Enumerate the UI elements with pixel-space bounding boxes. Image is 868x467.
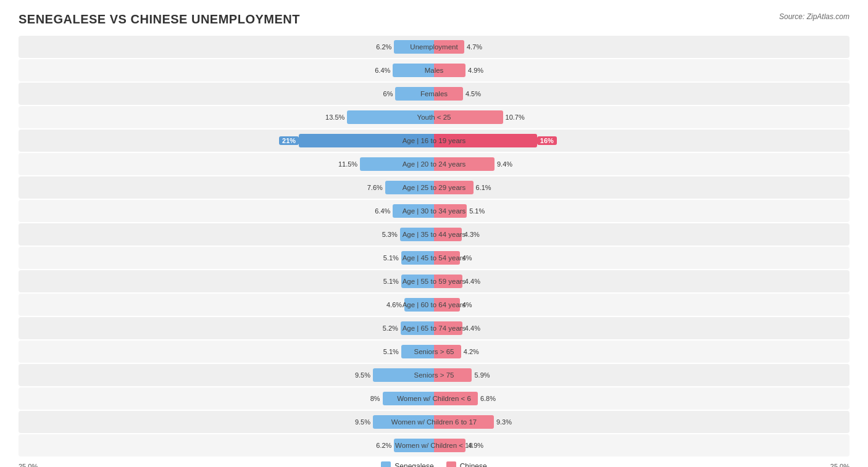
- row-inner: 5.1% Age | 45 to 54 years 4%: [19, 247, 849, 269]
- legend-senegalese: Senegalese: [381, 461, 433, 467]
- left-value-label: 5.3%: [382, 231, 400, 238]
- right-value-label: 10.7%: [503, 114, 525, 121]
- legend: Senegalese Chinese: [381, 461, 486, 467]
- bar-row: 5.1% Seniors > 65 4.2%: [19, 341, 849, 363]
- left-value-label: 13.5%: [325, 114, 347, 121]
- left-value-label: 5.1%: [383, 254, 401, 262]
- right-value-label: 16%: [537, 136, 557, 145]
- right-value-label: 4.9%: [465, 67, 483, 74]
- bar-row: 5.2% Age | 65 to 74 years 4.4%: [19, 317, 849, 339]
- left-value-label: 5.1%: [383, 278, 401, 285]
- bar-row: 9.5% Women w/ Children 6 to 17 9.3%: [19, 411, 849, 433]
- right-value-label: 5.1%: [467, 207, 485, 215]
- left-value-label: 6.2%: [376, 442, 394, 449]
- row-inner: 5.1% Seniors > 65 4.2%: [19, 341, 849, 363]
- row-inner: 9.5% Seniors > 75 5.9%: [19, 364, 849, 386]
- left-value-label: 8%: [370, 395, 383, 402]
- bar-row: 6.4% Males 4.9%: [19, 59, 849, 81]
- left-value-label: 9.5%: [355, 371, 373, 379]
- center-label: Age | 60 to 64 years: [403, 301, 466, 308]
- center-label: Women w/ Children < 6: [397, 395, 471, 402]
- chart-container: SENEGALESE VS CHINESE UNEMPLOYMENT Sourc…: [0, 0, 868, 467]
- chart-title: SENEGALESE VS CHINESE UNEMPLOYMENT: [19, 12, 300, 27]
- legend-pink-box: [446, 461, 456, 467]
- bar-row: 6% Females 4.5%: [19, 83, 849, 105]
- left-value-label: 5.2%: [383, 324, 401, 332]
- chart-header: SENEGALESE VS CHINESE UNEMPLOYMENT Sourc…: [19, 12, 849, 27]
- left-value-label: 11.5%: [338, 160, 360, 168]
- chart-footer: 25.0% Senegalese Chinese 25.0%: [19, 461, 849, 467]
- right-value-label: 9.4%: [495, 160, 512, 168]
- row-inner: 11.5% Age | 20 to 24 years 9.4%: [19, 153, 849, 175]
- bar-row: 9.5% Seniors > 75 5.9%: [19, 364, 849, 386]
- center-label: Women w/ Children 6 to 17: [391, 418, 477, 426]
- center-label: Unemployment: [410, 43, 457, 51]
- bar-row: 6.2% Women w/ Children < 18 4.9%: [19, 434, 849, 457]
- axis-left-label: 25.0%: [19, 463, 38, 467]
- legend-chinese-label: Chinese: [460, 462, 487, 467]
- bar-row: 5.1% Age | 45 to 54 years 4%: [19, 247, 849, 269]
- row-inner: 6.4% Males 4.9%: [19, 59, 849, 81]
- bar-row: 4.6% Age | 60 to 64 years 4%: [19, 294, 849, 316]
- right-value-label: 4.2%: [461, 348, 479, 355]
- center-label: Age | 16 to 19 years: [403, 137, 466, 144]
- center-label: Females: [420, 90, 448, 97]
- center-label: Age | 25 to 29 years: [403, 184, 466, 191]
- left-value-label: 6.4%: [375, 67, 393, 74]
- row-inner: 8% Women w/ Children < 6 6.8%: [19, 387, 849, 410]
- row-inner: 5.3% Age | 35 to 44 years 4.3%: [19, 223, 849, 246]
- bar-row: 21% Age | 16 to 19 years 16%: [19, 130, 849, 152]
- axis-right-label: 25.0%: [830, 463, 849, 467]
- right-value-label: 4.7%: [464, 43, 482, 51]
- left-value-label: 5.1%: [383, 348, 401, 355]
- row-inner: 6.4% Age | 30 to 34 years 5.1%: [19, 200, 849, 222]
- bar-row: 11.5% Age | 20 to 24 years 9.4%: [19, 153, 849, 175]
- right-value-label: 5.9%: [472, 371, 490, 379]
- chart-area: 6.2% Unemployment 4.7% 6.4% Males 4.9%: [19, 36, 849, 457]
- left-value-label: 9.5%: [355, 418, 373, 426]
- legend-blue-box: [381, 461, 391, 467]
- center-label: Seniors > 75: [414, 371, 454, 379]
- center-label: Age | 55 to 59 years: [403, 278, 466, 285]
- row-inner: 13.5% Youth < 25 10.7%: [19, 106, 849, 128]
- center-label: Age | 35 to 44 years: [403, 231, 466, 238]
- center-label: Youth < 25: [417, 114, 451, 121]
- center-label: Age | 20 to 24 years: [403, 160, 466, 168]
- left-value-label: 6%: [383, 90, 396, 97]
- center-label: Women w/ Children < 18: [395, 442, 473, 449]
- legend-chinese: Chinese: [446, 461, 487, 467]
- row-inner: 6.2% Unemployment 4.7%: [19, 36, 849, 58]
- row-inner: 9.5% Women w/ Children 6 to 17 9.3%: [19, 411, 849, 433]
- row-inner: 5.1% Age | 55 to 59 years 4.4%: [19, 270, 849, 292]
- center-label: Age | 45 to 54 years: [403, 254, 466, 262]
- row-inner: 21% Age | 16 to 19 years 16%: [19, 130, 849, 152]
- left-value-label: 7.6%: [367, 184, 385, 191]
- bar-row: 5.1% Age | 55 to 59 years 4.4%: [19, 270, 849, 292]
- bar-row: 7.6% Age | 25 to 29 years 6.1%: [19, 176, 849, 199]
- chart-source: Source: ZipAtlas.com: [779, 12, 849, 21]
- center-label: Males: [425, 67, 444, 74]
- row-inner: 4.6% Age | 60 to 64 years 4%: [19, 294, 849, 316]
- row-inner: 5.2% Age | 65 to 74 years 4.4%: [19, 317, 849, 339]
- center-label: Seniors > 65: [414, 348, 454, 355]
- center-label: Age | 30 to 34 years: [403, 207, 466, 215]
- center-label: Age | 65 to 74 years: [403, 324, 466, 332]
- bar-row: 6.2% Unemployment 4.7%: [19, 36, 849, 58]
- legend-senegalese-label: Senegalese: [394, 462, 433, 467]
- right-value-label: 6.1%: [474, 184, 491, 191]
- right-value-label: 6.8%: [478, 395, 496, 402]
- row-inner: 6% Females 4.5%: [19, 83, 849, 105]
- bar-row: 8% Women w/ Children < 6 6.8%: [19, 387, 849, 410]
- right-value-label: 4.5%: [463, 90, 481, 97]
- left-value-label: 6.2%: [376, 43, 394, 51]
- row-inner: 7.6% Age | 25 to 29 years 6.1%: [19, 176, 849, 199]
- right-value-label: 9.3%: [494, 418, 512, 426]
- bar-row: 13.5% Youth < 25 10.7%: [19, 106, 849, 128]
- left-value-label: 21%: [279, 136, 299, 145]
- left-value-label: 6.4%: [375, 207, 393, 215]
- bar-row: 5.3% Age | 35 to 44 years 4.3%: [19, 223, 849, 246]
- row-inner: 6.2% Women w/ Children < 18 4.9%: [19, 434, 849, 457]
- bar-row: 6.4% Age | 30 to 34 years 5.1%: [19, 200, 849, 222]
